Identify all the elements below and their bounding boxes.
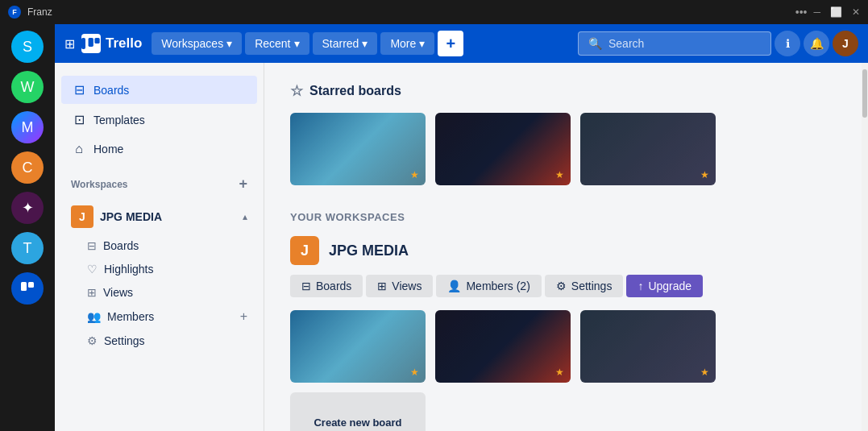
sub-members-label: Members <box>107 310 154 323</box>
add-member-button[interactable]: + <box>240 309 247 324</box>
sidebar-item-home[interactable]: ⌂ Home <box>61 135 257 163</box>
starred-board-3[interactable]: ★ <box>580 113 716 185</box>
tab-settings-icon: ⚙ <box>556 280 567 292</box>
board-star-icon: ★ <box>700 367 709 378</box>
sub-boards-label: Boards <box>103 239 139 252</box>
trello-logo-icon <box>81 34 101 53</box>
svg-rect-0 <box>21 282 27 291</box>
workspace-board-1[interactable]: ★ <box>290 310 426 383</box>
board-star-icon: ★ <box>555 169 564 180</box>
workspaces-button[interactable]: Workspaces ▾ <box>152 32 242 55</box>
sub-views-label: Views <box>103 286 133 299</box>
trello-logo-icon <box>19 280 35 296</box>
svg-rect-2 <box>88 38 93 47</box>
minimize-button[interactable]: ─ <box>813 6 820 18</box>
sub-views-icon: ⊞ <box>87 286 97 299</box>
workspace-chevron-icon: ▴ <box>243 211 247 222</box>
starred-section-title: ☆ Starred boards <box>290 82 836 100</box>
sidebar-item-telegram[interactable]: T <box>11 232 44 264</box>
board-star-icon: ★ <box>555 367 564 378</box>
sub-highlights-icon: ♡ <box>87 263 98 276</box>
nav-bar: ⊞ Trello Workspaces ▾ Recent ▾ Starre <box>55 24 868 63</box>
board-overlay <box>580 113 716 185</box>
bell-icon: 🔔 <box>810 37 824 50</box>
sidebar-templates-label: Templates <box>93 114 145 126</box>
starred-board-1[interactable]: ★ <box>290 113 426 185</box>
tab-members-icon: 👤 <box>447 280 461 292</box>
sidebar-item-codepoint[interactable]: C <box>11 151 44 184</box>
icon-bar: S W M C ✦ T <box>0 24 55 431</box>
workspaces-header: Workspaces + <box>61 169 257 199</box>
board-overlay <box>290 310 426 383</box>
workspace-tab-upgrade[interactable]: ↑ Upgrade <box>626 275 703 297</box>
sidebar-item-slack[interactable]: ✦ <box>11 192 44 224</box>
search-icon: 🔍 <box>588 37 602 50</box>
board-star-icon: ★ <box>700 169 709 180</box>
create-board-card[interactable]: Create new board 7 remaining ? <box>290 392 426 431</box>
sidebar: ⊟ Boards ⊡ Templates ⌂ Home Workspaces +… <box>55 63 264 431</box>
svg-rect-1 <box>28 282 34 288</box>
sidebar-item-whatsapp[interactable]: W <box>11 71 44 103</box>
workspace-tab-views[interactable]: ⊞ Views <box>366 275 433 297</box>
sidebar-item-boards[interactable]: ⊟ Boards <box>61 76 257 104</box>
tab-views-icon: ⊞ <box>377 280 387 292</box>
add-workspace-button[interactable]: + <box>239 176 247 193</box>
sidebar-item-messenger[interactable]: M <box>11 111 44 143</box>
slack-icon: ✦ <box>22 199 34 217</box>
starred-button[interactable]: Starred ▾ <box>313 32 378 55</box>
recent-chevron-icon: ▾ <box>294 37 300 50</box>
scrollbar[interactable] <box>862 63 868 431</box>
sub-highlights-label: Highlights <box>104 263 153 276</box>
sub-boards-icon: ⊟ <box>87 239 97 252</box>
menu-icon[interactable]: ••• <box>795 6 808 19</box>
maximize-button[interactable]: ⬜ <box>830 6 842 18</box>
close-button[interactable]: ✕ <box>852 6 860 18</box>
workspace-sub-views[interactable]: ⊞ Views <box>61 281 257 304</box>
workspace-sub-highlights[interactable]: ♡ Highlights <box>61 258 257 280</box>
workspace-boards-grid: ★ ★ ★ Create new board 7 remaining <box>290 310 836 431</box>
sidebar-item-skype[interactable]: S <box>11 31 44 63</box>
search-input[interactable] <box>608 37 754 50</box>
create-button[interactable]: + <box>438 31 463 56</box>
workspace-header-row: J JPG MEDIA <box>290 236 836 265</box>
sidebar-item-templates[interactable]: ⊡ Templates <box>61 106 257 134</box>
tab-boards-icon: ⊟ <box>301 280 311 292</box>
recent-button[interactable]: Recent ▾ <box>245 32 309 55</box>
trello-logo[interactable]: Trello <box>81 34 142 53</box>
svg-rect-3 <box>94 38 99 44</box>
workspaces-chevron-icon: ▾ <box>226 37 232 50</box>
star-section-icon: ☆ <box>290 82 303 100</box>
workspace-tab-members[interactable]: 👤 Members (2) <box>436 275 541 297</box>
workspace-tab-settings[interactable]: ⚙ Settings <box>545 275 624 297</box>
workspace-sub-members[interactable]: 👥 Members + <box>61 305 257 329</box>
search-bar[interactable]: 🔍 <box>578 31 771 56</box>
create-board-title: Create new board <box>314 416 401 429</box>
sidebar-item-trello[interactable] <box>11 272 44 305</box>
sub-settings-icon: ⚙ <box>87 334 98 347</box>
starred-boards-grid: ★ ★ ★ <box>290 113 836 185</box>
starred-board-2[interactable]: ★ <box>435 113 571 185</box>
workspace-board-3[interactable]: ★ <box>580 310 716 383</box>
workspace-tab-boards[interactable]: ⊟ Boards <box>290 275 363 297</box>
window-controls[interactable]: ─ ⬜ ✕ <box>813 6 860 18</box>
scrollbar-thumb[interactable] <box>862 69 867 118</box>
user-avatar[interactable]: J <box>833 31 858 56</box>
workspace-sub-settings[interactable]: ⚙ Settings <box>61 329 257 352</box>
apps-grid-icon[interactable]: ⊞ <box>64 36 75 52</box>
workspaces-section-title: YOUR WORKSPACES <box>290 211 836 223</box>
board-star-icon: ★ <box>410 169 419 180</box>
board-star-icon: ★ <box>410 367 419 378</box>
notifications-button[interactable]: 🔔 <box>804 31 829 56</box>
workspace-row[interactable]: J JPG MEDIA ▴ <box>61 199 257 234</box>
tab-upgrade-icon: ↑ <box>638 280 643 292</box>
workspace-header-name: JPG MEDIA <box>329 242 409 259</box>
sidebar-home-label: Home <box>93 143 123 155</box>
workspace-header-icon: J <box>290 236 319 265</box>
app-container: S W M C ✦ T ⊞ Trell <box>0 24 868 431</box>
info-button[interactable]: ℹ <box>775 31 800 56</box>
more-button[interactable]: More ▾ <box>380 32 434 55</box>
workspace-sub-boards[interactable]: ⊟ Boards <box>61 234 257 257</box>
starred-section: ☆ Starred boards ★ ★ <box>290 82 836 185</box>
workspace-board-2[interactable]: ★ <box>435 310 571 383</box>
sub-settings-label: Settings <box>104 334 145 347</box>
